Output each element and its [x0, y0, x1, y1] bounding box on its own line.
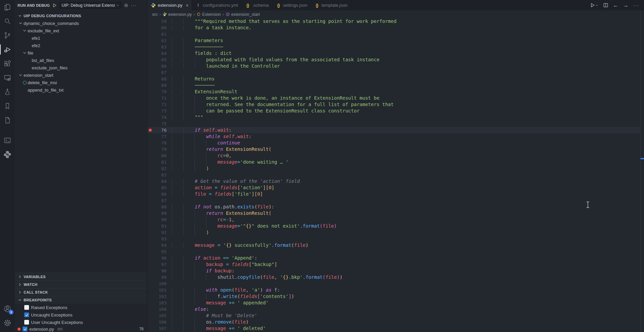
run-python-file-button[interactable]: [590, 3, 598, 8]
code-line-72[interactable]: 72 returned. See the documentation for a…: [147, 101, 641, 108]
tree-item-append_to_file_txt[interactable]: append_to_file_txt: [15, 86, 147, 94]
checkbox[interactable]: [24, 305, 29, 310]
code-line-92[interactable]: 92 ): [147, 229, 641, 236]
breakpoint-raised-exceptions[interactable]: Raised Exceptions: [15, 304, 147, 311]
code-line-60[interactable]: 60 for a task instance.: [147, 25, 641, 31]
navigate-forward-icon[interactable]: →: [623, 2, 628, 8]
split-editor-icon[interactable]: [603, 3, 608, 8]
breakpoint-dot-icon[interactable]: [147, 129, 153, 132]
bookmarks-icon[interactable]: [0, 99, 15, 113]
start-debugging-button[interactable]: [52, 3, 57, 8]
code-line-68[interactable]: 68 Returns: [147, 76, 641, 82]
breadcrumb-item-Extension[interactable]: Extension: [197, 12, 221, 17]
overview-ruler[interactable]: [640, 10, 644, 332]
tree-item-exclude_json_files[interactable]: exclude_json_files: [15, 64, 147, 71]
breadcrumb-item-extension_start[interactable]: extension_start: [226, 12, 260, 17]
code-line-86[interactable]: 86 file = fields['file'][0]: [147, 191, 641, 197]
code-line-87[interactable]: 87: [147, 197, 641, 204]
code-line-71[interactable]: 71 once the work is done, an instance of…: [147, 95, 641, 101]
code-line-81[interactable]: 81 message='done waiting … ': [147, 159, 641, 165]
panel-header-breakpoints[interactable]: BREAKPOINTS: [15, 296, 147, 304]
code-line-67[interactable]: 67: [147, 69, 641, 76]
tree-item-extension_start[interactable]: extension_start: [15, 71, 147, 79]
code-line-65[interactable]: 65 populated with field values from the …: [147, 57, 641, 63]
remote-explorer-icon[interactable]: [0, 71, 15, 85]
code-line-74[interactable]: 74 """: [147, 114, 641, 121]
panel-header-call-stack[interactable]: CALL STACK: [15, 288, 147, 296]
code-line-96[interactable]: 96 if action == 'Append':: [147, 255, 641, 261]
code-line-99[interactable]: 99 shutil.copyfile(file, '{}.bkp'.format…: [147, 274, 641, 280]
code-line-98[interactable]: 98 if backup:: [147, 268, 641, 274]
tab-template.json[interactable]: {}template.json: [311, 0, 351, 10]
checkbox[interactable]: [24, 312, 29, 317]
code-line-90[interactable]: 90 rc=-1,: [147, 217, 641, 223]
tab-extension.py[interactable]: extension.py×: [147, 0, 192, 10]
code-line-103[interactable]: 103 message += ' appended': [147, 300, 641, 306]
code-line-78[interactable]: 78 continue: [147, 140, 641, 146]
extensions-icon[interactable]: [0, 57, 15, 71]
code-line-100[interactable]: 100: [147, 280, 641, 287]
panel-header-variables[interactable]: VARIABLES: [15, 273, 147, 280]
debug-config-select[interactable]: UIP: Debug Universal Extensi: [59, 2, 121, 9]
code-line-83[interactable]: 83: [147, 172, 641, 178]
more-actions-icon[interactable]: ···: [131, 4, 137, 7]
code-line-85[interactable]: 85 action = fields['action'][0]: [147, 185, 641, 191]
tree-item-exclude_file_ext[interactable]: exclude_file_ext: [15, 27, 147, 34]
code-line-88[interactable]: 88 if not os.path.exists(file):: [147, 204, 641, 210]
code-line-97[interactable]: 97 backup = fields["backup"]: [147, 261, 641, 268]
code-line-105[interactable]: 105 # Must be 'Delete': [147, 312, 641, 319]
tree-item-file[interactable]: file: [15, 49, 147, 57]
breadcrumb-item-extension.py[interactable]: extension.py: [163, 12, 192, 17]
breakpoint-extension-py[interactable]: extension.pysrc76: [15, 326, 147, 332]
tree-item-efe1[interactable]: efe1: [15, 34, 147, 42]
code-line-63[interactable]: 63 ──────────: [147, 44, 641, 50]
code-line-84[interactable]: 84 # Get the value of the 'action' field: [147, 178, 641, 185]
code-line-80[interactable]: 80 rc=0,: [147, 153, 641, 159]
code-line-69[interactable]: 69 ───────: [147, 82, 641, 89]
search-icon[interactable]: [0, 14, 15, 28]
code-line-82[interactable]: 82 ): [147, 165, 641, 172]
breakpoint-user-uncaught-exceptions[interactable]: User Uncaught Exceptions: [15, 319, 147, 326]
account-icon[interactable]: 1: [0, 302, 15, 316]
code-line-76[interactable]: 76 if self.wait:: [147, 127, 641, 133]
tree-item-efe2[interactable]: efe2: [15, 42, 147, 49]
panel-header-watch[interactable]: WATCH: [15, 280, 147, 288]
code-line-104[interactable]: 104 else:: [147, 306, 641, 312]
tab-settings.json[interactable]: {}settings.json: [272, 0, 311, 10]
code-line-66[interactable]: 66 launched in the Controller: [147, 63, 641, 69]
run-and-debug-icon[interactable]: [0, 42, 15, 57]
checkbox[interactable]: [23, 327, 27, 331]
code-line-59[interactable]: 59 """Required method that serves as the…: [147, 18, 641, 25]
tree-item-delete_file_msi[interactable]: delete_file_msi: [15, 79, 147, 86]
code-line-75[interactable]: 75: [147, 121, 641, 127]
code-line-73[interactable]: 73 can be passed to the ExtensionResult …: [147, 108, 641, 114]
source-control-icon[interactable]: [0, 28, 15, 42]
more-editor-actions-icon[interactable]: ···: [633, 4, 639, 7]
code-line-102[interactable]: 102 f.write(fields['contents']): [147, 293, 641, 300]
breadcrumb-item-src[interactable]: src: [152, 12, 158, 17]
tab-.schema[interactable]: {}.schema: [242, 0, 272, 10]
code-line-91[interactable]: 91 message='"{}" does not exist'.format(…: [147, 223, 641, 229]
section-uip-debug-configurations[interactable]: UIP DEBUG CONFIGURATIONS: [15, 12, 147, 20]
gear-icon[interactable]: [124, 3, 128, 8]
checkbox[interactable]: [24, 320, 29, 325]
close-tab-icon[interactable]: ×: [186, 3, 188, 8]
code-line-70[interactable]: 70 ExtensionResult: [147, 89, 641, 95]
testing-icon[interactable]: [0, 85, 15, 99]
code-line-64[interactable]: 64 fields : dict: [147, 50, 641, 57]
code-line-94[interactable]: 94 message = '{} successfully'.format(fi…: [147, 242, 641, 248]
navigate-back-icon[interactable]: ←: [613, 2, 618, 8]
code-editor[interactable]: 59 """Required method that serves as the…: [147, 18, 641, 332]
python-icon[interactable]: [0, 147, 15, 162]
explorer-icon[interactable]: [0, 0, 15, 14]
code-line-79[interactable]: 79 return ExtensionResult(: [147, 146, 641, 153]
breakpoint-uncaught-exceptions[interactable]: Uncaught Exceptions: [15, 311, 147, 319]
code-line-93[interactable]: 93: [147, 236, 641, 242]
file-icon[interactable]: [0, 113, 15, 127]
tree-item-list_all_files[interactable]: list_all_files: [15, 57, 147, 64]
terminal-icon[interactable]: [0, 133, 15, 147]
tree-item-dynamic_choice_commands[interactable]: dynamic_choice_commands: [15, 20, 147, 27]
code-line-77[interactable]: 77 while self.wait:: [147, 133, 641, 140]
code-line-106[interactable]: 106 os.remove(file): [147, 319, 641, 325]
code-line-107[interactable]: 107 message += ' deleted': [147, 325, 641, 332]
